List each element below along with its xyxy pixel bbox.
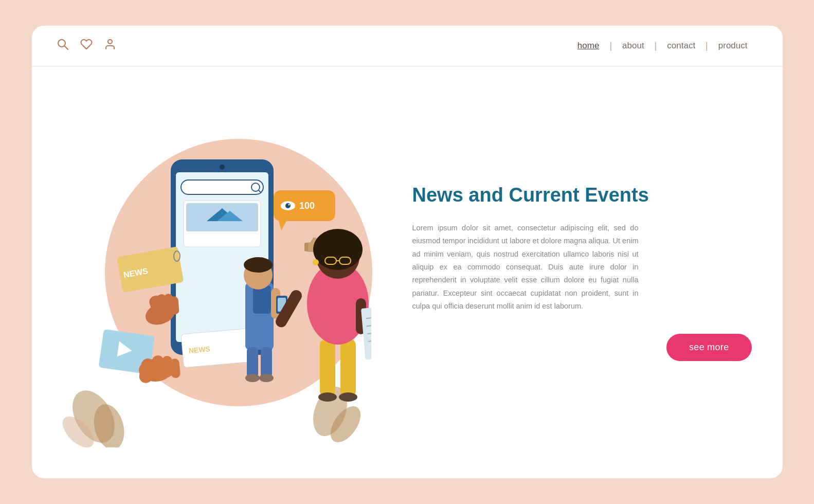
- nav-home[interactable]: home: [567, 41, 610, 51]
- svg-point-49: [259, 374, 274, 382]
- svg-point-2: [108, 40, 112, 44]
- illustration: NEWS NEWS: [52, 98, 371, 447]
- svg-point-53: [339, 392, 357, 402]
- page-title: News and Current Events: [412, 184, 752, 207]
- svg-point-42: [244, 257, 273, 273]
- svg-point-37: [285, 203, 291, 208]
- header: home | about | contact | product: [32, 26, 783, 66]
- user-icon[interactable]: [104, 38, 116, 53]
- svg-rect-46: [247, 347, 258, 378]
- svg-marker-35: [279, 221, 286, 230]
- main-content: NEWS NEWS: [32, 66, 783, 478]
- svg-rect-47: [261, 347, 272, 378]
- svg-point-10: [220, 165, 225, 170]
- svg-point-57: [313, 259, 319, 265]
- main-nav: home | about | contact | product: [567, 41, 758, 51]
- svg-point-56: [313, 229, 363, 270]
- svg-point-38: [288, 204, 290, 205]
- svg-rect-40: [253, 285, 271, 314]
- nav-contact[interactable]: contact: [657, 41, 706, 51]
- nav-about[interactable]: about: [612, 41, 655, 51]
- svg-rect-50: [320, 339, 335, 396]
- svg-point-52: [318, 392, 337, 402]
- illustration-area: NEWS NEWS: [32, 66, 392, 478]
- content-area: News and Current Events Lorem ipsum dolo…: [392, 66, 783, 478]
- svg-rect-33: [304, 243, 308, 251]
- svg-line-1: [64, 46, 68, 50]
- main-card: home | about | contact | product: [32, 26, 783, 478]
- nav-product[interactable]: product: [708, 41, 758, 51]
- svg-point-48: [245, 374, 260, 382]
- svg-rect-32: [170, 358, 180, 378]
- see-more-button[interactable]: see more: [666, 334, 751, 361]
- heart-icon[interactable]: [80, 38, 93, 53]
- search-icon[interactable]: [57, 38, 69, 53]
- header-icons: [57, 38, 116, 53]
- notification-count: 100: [299, 201, 315, 211]
- svg-rect-51: [340, 339, 356, 396]
- content-description: Lorem ipsum dolor sit amet, consectetur …: [412, 222, 639, 313]
